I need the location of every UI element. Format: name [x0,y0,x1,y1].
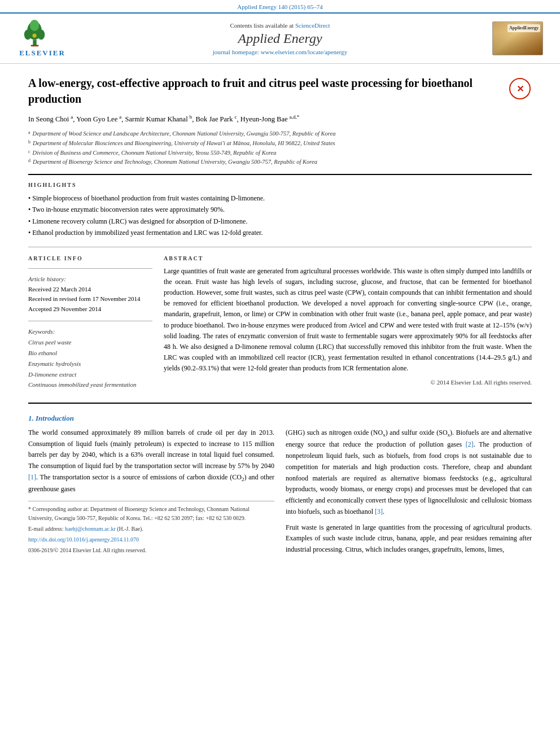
elsevier-logo: ELSEVIER [19,19,65,58]
info-divider-2 [28,321,152,321]
info-divider-1 [28,268,152,269]
article-info: ARTICLE INFO Article history: Received 2… [28,255,152,390]
elsevier-logo-area: ELSEVIER [11,19,73,58]
keyword-2: Bio ethanol [28,348,152,359]
journal-logo-area: AppliedEnergy [487,21,549,55]
affil-d: d Department of Bioenergy Science and Te… [28,158,532,167]
highlights-header: HIGHLIGHTS [28,182,532,188]
introduction-section: 1. Introduction The world consumed appro… [28,414,532,560]
intro-body: The world consumed approximately 89 mill… [28,427,532,560]
article-info-abstract: ARTICLE INFO Article history: Received 2… [28,255,532,396]
highlight-item-2: Two in-house enzymatic bioconversion rat… [28,204,532,215]
crossmark-badge[interactable]: ✕ [509,78,532,101]
ref-2[interactable]: [2] [466,440,474,448]
affil-d-text: Department of Bioenergy Science and Tech… [33,158,317,167]
ref-3[interactable]: [3] [375,508,383,516]
email-link[interactable]: haehj@chonnam.ac.kr [65,526,116,532]
abstract-section: ABSTRACT Large quantities of fruit waste… [164,255,532,386]
article-history: Article history: Received 22 March 2014 … [28,276,152,314]
crossmark-icon: ✕ [517,84,524,94]
article-title: A low-energy, cost-effective approach to… [28,75,501,107]
keyword-5: Continuous immobilized yeast fermentatio… [28,379,152,390]
intro-title: 1. Introduction [28,414,532,423]
sciencedirect-prefix: Contents lists available at [230,22,294,29]
keywords-label: Keywords: [28,328,152,335]
footnote-doi: http://dx.doi.org/10.1016/j.apenergy.201… [28,535,274,544]
affil-a: a Department of Wood Science and Landsca… [28,129,532,139]
footnote-issn: 0306-2619/© 2014 Elsevier Ltd. All right… [28,546,274,555]
homepage-line: journal homepage: www.elsevier.com/locat… [73,49,487,55]
article-info-header: ARTICLE INFO [28,255,152,261]
highlights-section: HIGHLIGHTS Simple bioprocess of bioethan… [28,182,532,239]
keyword-1: Citrus peel waste [28,337,152,348]
revised-date: Received in revised form 17 November 201… [28,294,152,304]
affil-c: c Division of Business and Commerce, Cho… [28,148,532,158]
ref-1[interactable]: [1] [28,473,36,481]
svg-point-2 [24,29,32,40]
highlight-item-4: Ethanol production by immobilized yeast … [28,227,532,238]
sciencedirect-link[interactable]: ScienceDirect [295,22,330,29]
journal-info-center: Contents lists available at ScienceDirec… [73,22,487,55]
abstract-text: Large quantities of fruit waste are gene… [164,266,532,374]
footnote-email: E-mail address: haehj@chonnam.ac.kr (H.-… [28,525,274,534]
journal-title: Applied Energy [73,31,487,46]
intro-text-right-2: Fruit waste is generated in large quanti… [286,522,532,556]
journal-reference: Applied Energy 140 (2015) 65–74 [0,0,560,12]
affil-b-text: Department of Molecular Biosciences and … [33,139,335,148]
affiliations: a Department of Wood Science and Landsca… [28,129,532,167]
intro-text-right-1: (GHG) such as nitrogen oxide (NOx) and s… [286,427,532,518]
intro-col-right: (GHG) such as nitrogen oxide (NOx) and s… [286,427,532,560]
doi-link[interactable]: http://dx.doi.org/10.1016/j.apenergy.201… [28,536,139,543]
elsevier-name: ELSEVIER [19,49,65,58]
homepage-link[interactable]: journal homepage: www.elsevier.com/locat… [213,49,348,55]
highlight-item-3: Limonene recovery column (LRC) was desig… [28,216,532,227]
keywords-group: Keywords: Citrus peel waste Bio ethanol … [28,328,152,390]
svg-rect-5 [31,45,39,46]
intro-col-left: The world consumed approximately 89 mill… [28,427,274,560]
divider-1 [28,247,532,247]
thick-divider [28,174,532,175]
authors-line: In Seong Choi a, Yoon Gyo Lee a, Sarmir … [28,113,532,125]
journal-ref-text: Applied Energy 140 (2015) 65–74 [237,3,322,10]
elsevier-tree-icon [19,19,50,47]
journal-logo-text: AppliedEnergy [508,24,540,32]
article-title-section: A low-energy, cost-effective approach to… [28,75,532,107]
copyright-line: © 2014 Elsevier Ltd. All rights reserved… [164,379,532,386]
journal-logo-image: AppliedEnergy [492,21,543,55]
highlights-list: Simple bioprocess of bioethanol producti… [28,193,532,239]
keyword-4: D-limonene extract [28,369,152,380]
abstract-header: ABSTRACT [164,255,532,261]
intro-text-left: The world consumed approximately 89 mill… [28,427,274,495]
footnote-corresponding: * Corresponding author at: Department of… [28,505,274,523]
article-info-col: ARTICLE INFO Article history: Received 2… [28,255,152,396]
svg-point-4 [30,20,39,31]
main-content: A low-energy, cost-effective approach to… [0,64,560,571]
accepted-date: Accepted 29 November 2014 [28,304,152,314]
sciencedirect-line: Contents lists available at ScienceDirec… [73,22,487,29]
received-date: Received 22 March 2014 [28,285,152,295]
highlight-item-1: Simple bioprocess of bioethanol producti… [28,193,532,204]
affil-c-text: Division of Business and Commerce, Chonn… [33,148,277,158]
keywords-list: Citrus peel waste Bio ethanol Enzymatic … [28,337,152,390]
thick-divider-2 [28,403,532,404]
affil-b: b Department of Molecular Biosciences an… [28,139,532,148]
footnotes: * Corresponding author at: Department of… [28,501,274,555]
journal-header: ELSEVIER Contents lists available at Sci… [0,12,560,64]
svg-point-3 [38,29,45,40]
abstract-col: ABSTRACT Large quantities of fruit waste… [164,255,532,396]
history-label: Article history: [28,276,152,282]
svg-point-6 [33,33,37,37]
keyword-3: Enzymatic hydrolysis [28,359,152,369]
affil-a-text: Department of Wood Science and Landscape… [33,129,336,139]
